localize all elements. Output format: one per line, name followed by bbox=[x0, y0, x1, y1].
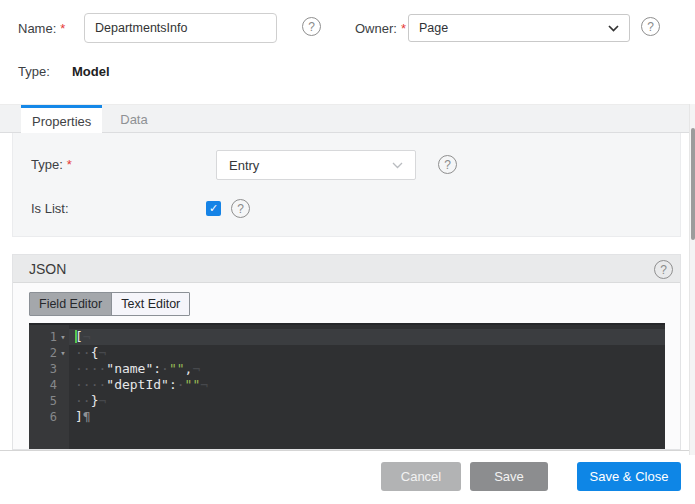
code-line-text: ··{¬ bbox=[69, 345, 665, 361]
entry-type-required-asterisk: * bbox=[67, 157, 72, 172]
code-line[interactable]: 3····"name":·"",¬ bbox=[29, 361, 665, 377]
line-number: 4 bbox=[29, 377, 69, 393]
entry-type-dropdown-value: Entry bbox=[229, 158, 259, 173]
fold-arrow-icon[interactable]: ▾ bbox=[57, 345, 69, 361]
code-lines: 1▾[¬2▾··{¬3····"name":·"",¬4····"deptId"… bbox=[29, 325, 665, 425]
line-number: 1▾ bbox=[29, 329, 69, 345]
code-line[interactable]: 6]¶ bbox=[29, 409, 665, 425]
save-button[interactable]: Save bbox=[470, 462, 548, 491]
entry-type-help-icon[interactable]: ? bbox=[438, 155, 457, 174]
vertical-scrollbar-thumb[interactable] bbox=[691, 128, 695, 240]
editor-mode-toggle: Field EditorText Editor bbox=[29, 292, 190, 316]
owner-select-value: Page bbox=[419, 21, 448, 35]
type-value: Model bbox=[72, 64, 110, 79]
tab-strip: PropertiesData bbox=[0, 104, 695, 133]
json-help-icon[interactable]: ? bbox=[654, 260, 673, 279]
owner-required-asterisk: * bbox=[401, 21, 406, 36]
code-line-text: ]¶ bbox=[69, 409, 665, 425]
owner-help-icon[interactable]: ? bbox=[641, 17, 660, 36]
type-label: Type: bbox=[18, 64, 50, 79]
code-line[interactable]: 4····"deptId":·""¬ bbox=[29, 377, 665, 393]
code-line[interactable]: 5··}¬ bbox=[29, 393, 665, 409]
code-line-text: [¬ bbox=[69, 329, 665, 345]
vertical-scrollbar-track bbox=[689, 104, 695, 455]
is-list-checkbox[interactable]: ✓ bbox=[206, 201, 221, 216]
tab-strip-tabs: PropertiesData bbox=[21, 105, 166, 132]
line-number: 3 bbox=[29, 361, 69, 377]
entry-type-dropdown[interactable]: Entry bbox=[216, 150, 416, 180]
chevron-down-icon bbox=[392, 162, 403, 169]
code-line-text: ····"deptId":·""¬ bbox=[69, 377, 665, 393]
check-icon: ✓ bbox=[209, 202, 218, 215]
field-editor-toggle[interactable]: Field Editor bbox=[30, 293, 111, 315]
line-number: 6 bbox=[29, 409, 69, 425]
text-editor-toggle[interactable]: Text Editor bbox=[111, 293, 189, 315]
code-line-text: ··}¬ bbox=[69, 393, 665, 409]
fold-arrow-icon[interactable]: ▾ bbox=[57, 329, 69, 345]
owner-label: Owner:* bbox=[355, 21, 406, 36]
is-list-help-icon[interactable]: ? bbox=[231, 199, 250, 218]
line-number: 2▾ bbox=[29, 345, 69, 361]
save-and-close-button[interactable]: Save & Close bbox=[577, 462, 681, 491]
json-panel: JSON ? Field EditorText Editor 1▾[¬2▾··{… bbox=[12, 254, 681, 450]
entry-type-label: Type:* bbox=[31, 157, 72, 172]
tab-properties[interactable]: Properties bbox=[21, 105, 102, 134]
is-list-label: Is List: bbox=[31, 201, 69, 216]
line-number: 5 bbox=[29, 393, 69, 409]
code-line[interactable]: 1▾[¬ bbox=[29, 329, 665, 345]
chevron-down-icon bbox=[608, 25, 619, 32]
footer-divider bbox=[0, 450, 695, 451]
code-line-text: ····"name":·"",¬ bbox=[69, 361, 665, 377]
code-line[interactable]: 2▾··{¬ bbox=[29, 345, 665, 361]
cancel-button[interactable]: Cancel bbox=[381, 462, 461, 491]
name-label: Name:* bbox=[18, 21, 65, 36]
name-required-asterisk: * bbox=[60, 21, 65, 36]
name-help-icon[interactable]: ? bbox=[302, 17, 321, 36]
properties-panel: Type:* Entry ? Is List: ✓ ? bbox=[12, 133, 681, 237]
tab-data[interactable]: Data bbox=[102, 105, 165, 134]
json-panel-title: JSON bbox=[29, 261, 66, 277]
json-code-editor[interactable]: 1▾[¬2▾··{¬3····"name":·"",¬4····"deptId"… bbox=[29, 323, 665, 449]
owner-select[interactable]: Page bbox=[408, 14, 630, 42]
name-input[interactable] bbox=[84, 13, 277, 43]
json-panel-header: JSON bbox=[13, 255, 680, 283]
